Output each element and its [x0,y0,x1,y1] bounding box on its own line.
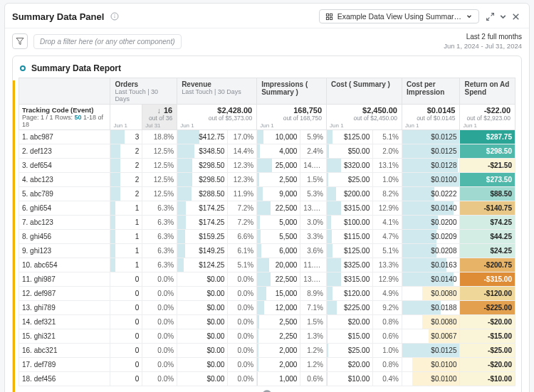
cell-cost-pct: 4.9% [373,287,402,301]
table-row[interactable]: 5. abc789212.5%$288.5011.9%9,0005.3%$200… [19,187,515,201]
cell-roas: $88.50 [460,187,515,201]
orders-sub-jun: Jun 1 [110,105,142,130]
cell-revenue-pct: 11.9% [228,187,257,201]
cell-revenue: $124.25 [177,258,228,272]
table-row[interactable]: 2. def123212.5%$348.5014.4%4,0002.4%$50.… [19,144,515,159]
table-row[interactable]: 15. ghi32100.0%$0.000.0%2,2501.3%$15.000… [19,329,515,344]
cell-revenue-pct: 17.0% [228,130,257,144]
svg-point-2 [115,15,115,16]
cell-cost-pct: 8.2% [373,187,402,201]
col-cpi[interactable]: Cost per Impression [402,78,460,105]
cell-revenue: $0.00 [177,372,228,386]
cell-revenue: $0.00 [177,272,228,287]
cell-orders: 1 [110,244,142,258]
table-row[interactable]: 9. ghi12316.3%$149.256.1%6,0003.6%$125.0… [19,244,515,258]
cell-impressions-pct: 3.0% [300,216,327,230]
cell-roas: $74.25 [460,216,515,230]
cell-impressions: 2,000 [257,358,300,372]
table-row[interactable]: 6. ghi65416.3%$174.257.2%22,50013.3%$315… [19,201,515,216]
table-row[interactable]: 13. ghi78900.0%$0.000.0%12,0007.1%$225.0… [19,301,515,315]
data-view-picker[interactable]: Example Data View Using Summar… [319,9,479,23]
filter-dropzone[interactable]: Drop a filter here (or any other compone… [33,34,182,49]
cell-orders: 0 [110,372,142,386]
cell-orders: 0 [110,272,142,287]
cell-roas: -$200.75 [460,258,515,272]
col-orders-sub: Last Touch | 30 Days [115,88,172,102]
collapse-icon[interactable] [496,10,509,23]
col-cost[interactable]: Cost ( Summary ) [327,78,402,105]
cell-revenue-pct: 7.2% [228,216,257,230]
table-row[interactable]: 17. def78900.0%$0.000.0%2,0001.2%$20.000… [19,358,515,372]
orders-summary[interactable]: ↓16 out of 36 Jul 31 [142,105,177,130]
table-row[interactable]: 18. def45600.0%$0.000.0%1,0000.6%$10.000… [19,372,515,386]
cell-cost-pct: 0.4% [373,372,402,386]
cell-impressions: 22,500 [257,272,300,287]
table-row[interactable]: 14. def32100.0%$0.000.0%2,5001.5%$20.000… [19,315,515,329]
cell-impressions-pct: 8.9% [300,287,327,301]
cpi-summary[interactable]: $0.0145 out of $0.0145 Jun 1 [402,105,460,130]
table-row[interactable]: 10. abc65416.3%$124.255.1%20,00011.9%$32… [19,258,515,272]
cell-cost: $25.00 [327,344,373,358]
cell-impressions-pct: 5.9% [300,130,327,144]
date-range-label: Last 2 full months [444,33,522,42]
cell-revenue: $159.25 [177,230,228,244]
col-roas[interactable]: Return on Ad Spend [460,78,515,105]
page-info: Page: 1 / 1 Rows: 50 1-18 of 18 [22,114,107,128]
cell-cost: $320.00 [327,159,373,173]
col-roas-label: Return on Ad Spend [464,80,509,96]
close-icon[interactable] [509,10,522,23]
cell-impressions: 9,000 [257,187,300,201]
cell-orders: 0 [110,358,142,372]
table-row[interactable]: 16. abc32100.0%$0.000.0%2,0001.2%$25.001… [19,344,515,358]
col-impressions[interactable]: Impressions ( Summary ) [257,78,327,105]
report-title: Summary Data Report [31,63,121,73]
col-revenue-label: Revenue [182,80,211,88]
col-revenue[interactable]: Revenue Last Touch | 30 Days [177,78,257,105]
col-impressions-label: Impressions ( Summary ) [261,80,308,96]
row-label: 6. ghi654 [19,201,110,216]
cell-orders-pct: 6.3% [142,201,177,216]
expand-icon[interactable] [483,10,496,23]
cell-impressions: 22,500 [257,201,300,216]
table-row[interactable]: 4. abc123212.5%$298.5012.3%2,5001.5%$25.… [19,173,515,187]
cell-impressions: 5,000 [257,216,300,230]
svg-rect-5 [326,17,328,19]
cell-revenue-pct: 0.0% [228,315,257,329]
table-row[interactable]: 7. abc12316.3%$174.257.2%5,0003.0%$100.0… [19,216,515,230]
cell-cost: $315.00 [327,201,373,216]
cell-roas: -$315.00 [460,272,515,287]
info-icon[interactable] [108,10,121,23]
cell-cost: $50.00 [327,144,373,159]
cell-cost-pct: 4.1% [373,216,402,230]
table-row[interactable]: 11. ghi98700.0%$0.000.0%22,50013.3%$315.… [19,272,515,287]
cell-orders: 3 [110,130,142,144]
table-row[interactable]: 8. ghi45616.3%$159.256.6%5,5003.3%$115.0… [19,230,515,244]
cell-revenue: $0.00 [177,344,228,358]
table-row[interactable]: 1. abc987318.8%$412.7517.0%10,0005.9%$12… [19,130,515,144]
cell-impressions: 6,000 [257,244,300,258]
add-row-button[interactable] [261,389,273,392]
cell-cost-pct: 0.8% [373,358,402,372]
col-orders[interactable]: Orders Last Touch | 30 Days [110,78,177,105]
panel-titlebar: Summary Data Panel Example Data View Usi… [5,4,529,28]
cell-orders-pct: 12.5% [142,144,177,159]
filter-icon[interactable] [12,33,28,49]
tracking-code-header[interactable]: Tracking Code (Event) Page: 1 / 1 Rows: … [19,105,110,130]
row-label: 18. def456 [19,372,110,386]
cell-impressions: 2,250 [257,329,300,344]
cell-orders-pct: 12.5% [142,173,177,187]
cell-impressions-pct: 11.9% [300,258,327,272]
cell-orders-pct: 0.0% [142,301,177,315]
cell-cost-pct: 4.7% [373,230,402,244]
revenue-summary[interactable]: $2,428.00 out of $5,373.00 Jun 1 [177,105,257,130]
impressions-summary[interactable]: 168,750 out of 168,750 Jun 1 [257,105,327,130]
cell-cost: $315.00 [327,272,373,287]
row-label: 9. ghi123 [19,244,110,258]
table-row[interactable]: 12. def98700.0%$0.000.0%15,0008.9%$120.0… [19,287,515,301]
sort-desc-icon: ↓ [157,106,161,115]
cell-impressions-pct: 1.5% [300,173,327,187]
cost-summary[interactable]: $2,450.00 out of $2,450.00 Jun 1 [327,105,402,130]
roas-summary[interactable]: -$22.00 out of $2,923.00 Jun 1 [460,105,515,130]
cell-cost: $20.00 [327,358,373,372]
table-row[interactable]: 3. def654212.5%$298.5012.3%25,00014.8%$3… [19,159,515,173]
